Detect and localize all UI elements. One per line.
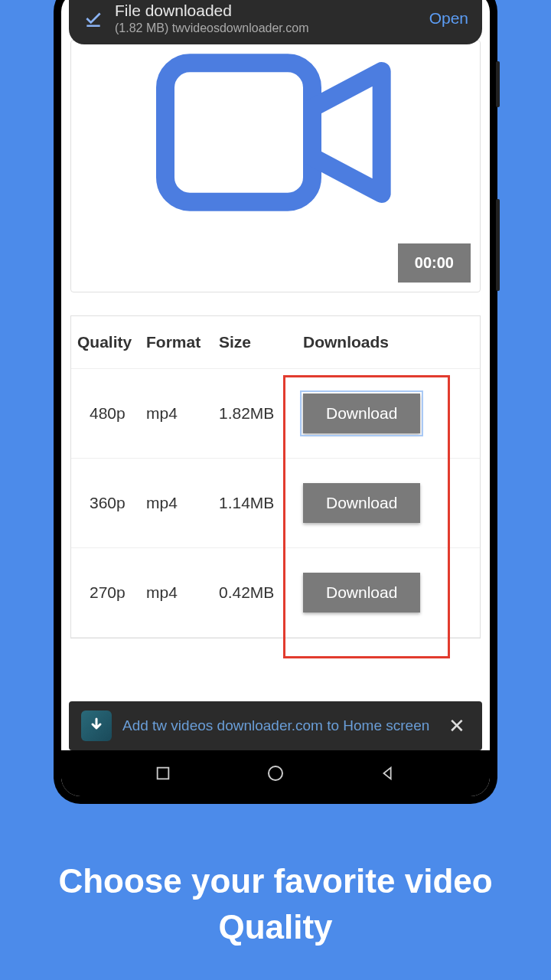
phone-side-button: [496, 199, 500, 291]
download-notification[interactable]: File downloaded (1.82 MB) twvideosdownlo…: [69, 0, 482, 44]
cell-size: 1.82MB: [219, 404, 288, 423]
cell-quality: 480p: [77, 404, 146, 423]
cell-format: mp4: [146, 494, 219, 512]
phone-side-button: [496, 61, 500, 107]
table-row: 360p mp4 1.14MB Download: [71, 459, 480, 548]
add-to-home-banner[interactable]: Add tw videos downloader.com to Home scr…: [69, 701, 482, 750]
notification-title: File downloaded: [115, 2, 419, 20]
video-timestamp: 00:00: [398, 243, 471, 283]
cell-format: mp4: [146, 583, 219, 602]
content-area: 00:00 Quality Format Size Downloads 480p…: [61, 0, 490, 750]
table-header-row: Quality Format Size Downloads: [71, 316, 480, 369]
download-button[interactable]: Download: [303, 483, 420, 523]
download-button[interactable]: Download: [303, 394, 420, 433]
open-button[interactable]: Open: [429, 9, 468, 28]
close-icon[interactable]: ✕: [444, 714, 470, 738]
cell-size: 1.14MB: [219, 494, 288, 512]
quality-table: Quality Format Size Downloads 480p mp4 1…: [70, 315, 481, 639]
app-download-icon: [81, 710, 112, 741]
promo-caption: Choose your favorite video Quality: [0, 858, 551, 949]
svg-rect-2: [158, 768, 169, 779]
header-format: Format: [146, 333, 219, 351]
table-row: 270p mp4 0.42MB Download: [71, 548, 480, 638]
android-nav-bar: [61, 750, 490, 796]
recent-apps-button[interactable]: [152, 762, 174, 785]
cell-format: mp4: [146, 404, 219, 423]
cell-quality: 270p: [77, 583, 146, 602]
download-button[interactable]: Download: [303, 573, 420, 612]
svg-rect-0: [165, 63, 312, 201]
notification-subtitle: (1.82 MB) twvideosdownloader.com: [115, 21, 419, 35]
add-home-text: Add tw videos downloader.com to Home scr…: [122, 717, 433, 736]
cell-quality: 360p: [77, 494, 146, 512]
phone-screen: 00:00 Quality Format Size Downloads 480p…: [61, 0, 490, 796]
video-camera-icon: [153, 48, 398, 220]
phone-frame: 00:00 Quality Format Size Downloads 480p…: [54, 0, 497, 804]
video-preview: 00:00: [70, 40, 481, 292]
checkmark-download-icon: [83, 8, 104, 29]
header-size: Size: [219, 333, 288, 351]
header-downloads: Downloads: [288, 333, 474, 351]
notification-text: File downloaded (1.82 MB) twvideosdownlo…: [115, 2, 419, 35]
back-button[interactable]: [377, 762, 399, 785]
svg-point-3: [269, 766, 282, 780]
table-row: 480p mp4 1.82MB Download: [71, 369, 480, 459]
header-quality: Quality: [77, 333, 146, 351]
cell-size: 0.42MB: [219, 583, 288, 602]
home-button[interactable]: [264, 762, 287, 785]
